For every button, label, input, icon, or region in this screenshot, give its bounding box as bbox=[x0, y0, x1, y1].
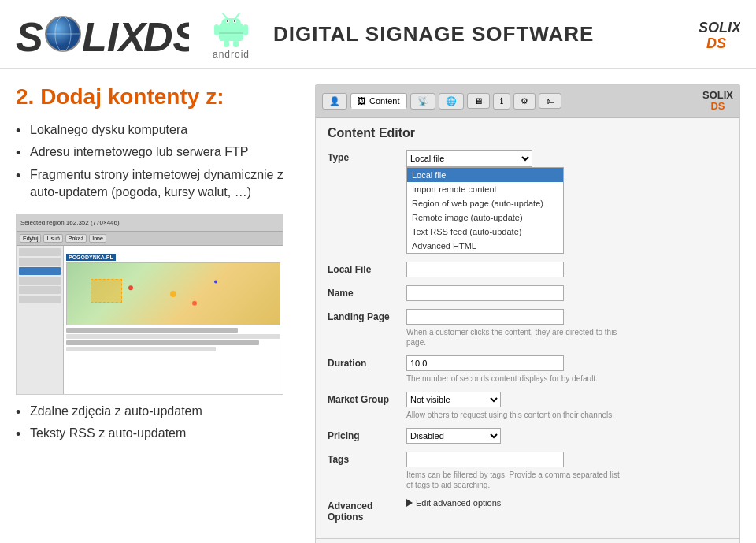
screenshot-preview: Selected region 162,352 (770×446) Edytuj… bbox=[16, 214, 284, 395]
form-row-landing: Landing Page When a customer clicks the … bbox=[328, 309, 728, 348]
toolbar-monitor-btn[interactable]: 🖥 bbox=[467, 93, 490, 109]
list-item: Adresu internetowego lub serwera FTP bbox=[16, 143, 299, 161]
android-label: android bbox=[213, 49, 250, 60]
landing-hint: When a customer clicks the content, they… bbox=[406, 327, 627, 348]
toolbar-tag-btn[interactable]: 🏷 bbox=[539, 93, 561, 109]
form-row-name: Name bbox=[328, 285, 728, 301]
advanced-label: Advanced Options bbox=[328, 498, 398, 523]
toolbar-globe-btn[interactable]: 🌐 bbox=[439, 93, 464, 110]
local-file-control bbox=[406, 262, 728, 277]
bottom-bullets: Zdalne zdjęcia z auto-updatem Teksty RSS… bbox=[16, 403, 299, 443]
landing-input[interactable] bbox=[406, 309, 564, 325]
svg-text:DS: DS bbox=[706, 35, 726, 51]
tb-edit-btn[interactable]: Edytuj bbox=[20, 234, 41, 243]
dropdown-option-html[interactable]: Advanced HTML bbox=[407, 239, 563, 253]
dropdown-option-region[interactable]: Region of web page (auto-update) bbox=[407, 196, 563, 210]
ss-main: POGODYNKA.PL bbox=[64, 246, 283, 394]
tb-delete-btn[interactable]: Usuń bbox=[43, 234, 62, 243]
screenshot-topbar: Selected region 162,352 (770×446) bbox=[17, 214, 283, 232]
section-title: 2. Dodaj kontenty z: bbox=[16, 84, 299, 110]
svg-rect-16 bbox=[224, 40, 229, 47]
type-dropdown: Local file Import remote content Region … bbox=[406, 167, 564, 254]
svg-rect-14 bbox=[214, 24, 219, 35]
dropdown-option-remote[interactable]: Remote image (auto-update) bbox=[407, 210, 563, 225]
rss-icon: 📡 bbox=[417, 96, 428, 106]
type-control: Local file Local file Import remote cont… bbox=[406, 150, 728, 254]
pricing-select[interactable]: Disabled bbox=[406, 428, 501, 444]
tb-show-btn[interactable]: Pokaż bbox=[65, 234, 87, 243]
name-input[interactable] bbox=[406, 285, 564, 301]
svg-point-23 bbox=[214, 280, 217, 283]
list-item: Lokalnego dysku komputera bbox=[16, 121, 299, 139]
bullet-list: Lokalnego dysku komputera Adresu interne… bbox=[16, 121, 299, 202]
duration-control: 10.0 The number of seconds content displ… bbox=[406, 355, 728, 384]
panel-footer: ◀ ✔ bbox=[316, 538, 739, 543]
panel-logo: SOLIX DS bbox=[702, 90, 733, 113]
dropdown-option-import[interactable]: Import remote content bbox=[407, 182, 563, 196]
ss-text-row bbox=[66, 340, 259, 345]
form-row-tags: Tags Items can be filtered by tags. Prov… bbox=[328, 452, 728, 490]
screenshot-body: POGODYNKA.PL bbox=[17, 246, 283, 394]
screenshot-topbar-text: Selected region 162,352 (770×446) bbox=[20, 219, 120, 226]
dropdown-option-local[interactable]: Local file bbox=[407, 168, 563, 182]
toolbar-info-btn[interactable]: ℹ bbox=[493, 93, 510, 110]
ss-sidebar-item bbox=[19, 296, 61, 303]
form-row-duration: Duration 10.0 The number of seconds cont… bbox=[328, 355, 728, 384]
ss-sidebar-item bbox=[19, 248, 61, 256]
content-tab-label: Content bbox=[369, 96, 400, 106]
landing-label: Landing Page bbox=[328, 309, 398, 322]
user-icon: 👤 bbox=[329, 96, 340, 106]
info-icon: ℹ bbox=[500, 96, 503, 106]
type-label: Type bbox=[328, 150, 398, 163]
form-row-advanced: Advanced Options Edit advanced options bbox=[328, 498, 728, 523]
toolbar-settings-btn[interactable]: ⚙ bbox=[513, 93, 536, 110]
android-area: android bbox=[213, 8, 250, 60]
duration-input[interactable]: 10.0 bbox=[406, 355, 564, 371]
tags-hint: Items can be filtered by tags. Provide a… bbox=[406, 470, 627, 490]
pogodynka-logo: POGODYNKA.PL bbox=[66, 254, 116, 261]
svg-line-13 bbox=[235, 13, 239, 18]
svg-point-24 bbox=[192, 300, 197, 305]
market-select[interactable]: Not visible bbox=[406, 392, 501, 407]
ss-text-row bbox=[66, 334, 280, 339]
toolbar-content-btn[interactable]: 🖼 Content bbox=[350, 93, 407, 109]
form-row-local-file: Local File bbox=[328, 262, 728, 277]
tags-label: Tags bbox=[328, 452, 398, 465]
form-row-type: Type Local file Local file Import remote… bbox=[328, 150, 728, 254]
svg-rect-17 bbox=[233, 40, 239, 47]
type-select[interactable]: Local file bbox=[406, 150, 532, 167]
market-control: Not visible Allow others to request usin… bbox=[406, 392, 728, 420]
local-file-input[interactable] bbox=[406, 262, 564, 277]
form-row-market: Market Group Not visible Allow others to… bbox=[328, 392, 728, 420]
form-row-pricing: Pricing Disabled bbox=[328, 428, 728, 444]
landing-control: When a customer clicks the content, they… bbox=[406, 309, 728, 348]
small-logo: SOLIX DS bbox=[697, 17, 740, 52]
market-label: Market Group bbox=[328, 392, 398, 405]
header-title: DIGITAL SIGNAGE SOFTWARE bbox=[273, 22, 594, 46]
tb-other-btn[interactable]: Inne bbox=[89, 234, 106, 243]
svg-rect-7 bbox=[221, 18, 241, 29]
svg-point-21 bbox=[128, 285, 133, 290]
panel-logo-solix: SOLIX bbox=[702, 90, 733, 101]
main-content: 2. Dodaj kontenty z: Lokalnego dysku kom… bbox=[0, 69, 756, 543]
tags-input[interactable] bbox=[406, 452, 564, 467]
list-item: Zdalne zdjęcia z auto-updatem bbox=[16, 403, 299, 420]
header-logo-small: SOLIX DS bbox=[697, 17, 740, 52]
tag-icon: 🏷 bbox=[546, 96, 554, 106]
advanced-toggle[interactable]: Edit advanced options bbox=[406, 498, 728, 508]
header: S LIX DS bbox=[0, 0, 756, 69]
toolbar-rss-btn[interactable]: 📡 bbox=[410, 93, 435, 110]
svg-rect-15 bbox=[243, 24, 248, 35]
bottom-bullet-list: Zdalne zdjęcia z auto-updatem Teksty RSS… bbox=[16, 403, 299, 443]
pricing-control: Disabled bbox=[406, 428, 728, 444]
toolbar-user-btn[interactable]: 👤 bbox=[322, 93, 347, 110]
svg-text:DS: DS bbox=[143, 14, 189, 58]
ss-sidebar-item bbox=[19, 277, 61, 285]
content-editor: Content Editor Type Local file Local fil… bbox=[316, 118, 739, 538]
dropdown-option-rss[interactable]: Text RSS feed (auto-update) bbox=[407, 225, 563, 239]
ss-sidebar-item bbox=[19, 286, 61, 294]
ss-sidebar bbox=[17, 246, 64, 394]
android-icon bbox=[213, 8, 249, 47]
name-label: Name bbox=[328, 285, 398, 299]
svg-point-22 bbox=[170, 291, 176, 297]
